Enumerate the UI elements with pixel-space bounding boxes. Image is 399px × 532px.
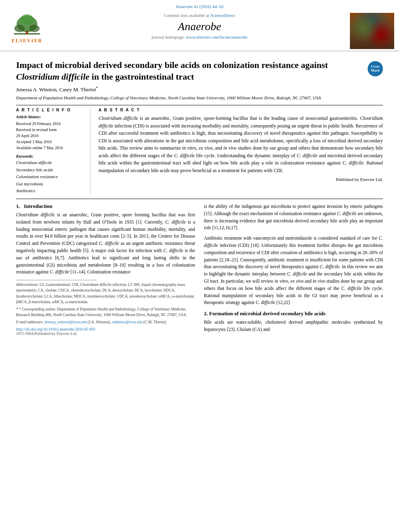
abstract-and: , and [212, 145, 223, 151]
elsevier-logo: ELSEVIER [5, 13, 49, 44]
title-text-before: Impact of microbial derived secondary bi… [16, 60, 328, 70]
corresponding-sup-fn: * [16, 307, 18, 311]
right-col-para2: Antibiotic treatment with vancomycin and… [204, 235, 383, 306]
body-right-column: is the ability of the indigenous gut mic… [204, 203, 383, 336]
section2-number: 2. [204, 310, 208, 316]
citation-bar: Anaerobe 41 (2016) 44–50 [0, 3, 399, 10]
journal-cover-image [350, 13, 394, 49]
email1-name: (J.A. Winston), [88, 320, 111, 324]
rc-cdiff-2: C. difficile [204, 236, 383, 248]
contents-line: Contents lists available at ScienceDirec… [164, 13, 235, 18]
intro-cdiff: Clostridium difficile [16, 212, 55, 217]
abstract-body-4: life cycle. Understanding the dynamic in… [195, 153, 297, 158]
doi-line: http://dx.doi.org/10.1016/j.anaerobe.201… [16, 327, 195, 331]
keyword-1: Clostridium difficile [16, 159, 85, 166]
email1-link[interactable]: jenessa_winston@ncsu.edu [45, 320, 87, 324]
elsevier-tree-icon [11, 13, 43, 37]
footnote-abbreviations: Abbreviations: GI, Gastrointestinal; CDI… [16, 282, 195, 305]
rc-in-vivo: in vivo [313, 279, 325, 283]
svg-point-3 [29, 25, 40, 32]
abstract-cdiff-3: C. difficile [174, 153, 195, 158]
corresponding-sup: * [96, 86, 98, 90]
journal-header: Anaerobe 41 (2016) 44–50 ELSEVIER Conten… [0, 0, 399, 51]
elsevier-brand-text: ELSEVIER [12, 38, 43, 44]
keywords-label: Keywords: [16, 154, 85, 158]
body-columns: 1. Introduction Clostridium difficile is… [16, 203, 383, 336]
intro-label: Introduction [24, 203, 53, 209]
rc-ex-vivo: ex vivo [290, 279, 303, 283]
rc-cdiff-4: C. difficile [287, 271, 307, 276]
sciencedirect-link[interactable]: ScienceDirect [210, 13, 235, 18]
abstract-in-vivo: in vivo [223, 145, 237, 151]
abstract-ex-vivo: ex vivo [199, 145, 212, 151]
rc-cdiff-6: C. difficile [256, 300, 276, 305]
abstract-in-vitro: in vitro [182, 145, 196, 151]
abstract-cdiff-4: C. difficile [297, 153, 317, 158]
section2-title: 2. Formation of microbial derived second… [204, 310, 383, 317]
keyword-1-text: Clostridium difficile [16, 160, 52, 165]
article-info-column: A R T I C L E I N F O Article history: R… [16, 108, 90, 195]
article-content: Impact of microbial derived secondary bi… [0, 51, 399, 336]
journal-title-area: Contents lists available at ScienceDirec… [49, 13, 350, 39]
svg-point-2 [14, 25, 25, 32]
abbrev-label: Abbreviations: [16, 283, 39, 287]
title-divider [16, 105, 383, 105]
abbrev-text: GI, Gastrointestinal; CDI, Clostridium d… [16, 283, 195, 304]
abstract-divider [16, 199, 383, 199]
keywords-list: Clostridium difficile Secondary bile aci… [16, 159, 85, 195]
cover-image-inner [350, 13, 394, 49]
revised-label: Received in revised form [16, 127, 85, 133]
article-info-label: A R T I C L E I N F O [16, 108, 85, 112]
svg-point-4 [20, 14, 33, 25]
revised-date: 29 April 2016 [16, 133, 85, 139]
title-italic: Clostridium difficile [16, 72, 89, 82]
article-title: Impact of microbial derived secondary bi… [16, 60, 362, 82]
footnote-divider [16, 280, 97, 280]
history-label: Article history: [16, 115, 85, 119]
title-section: Impact of microbial derived secondary bi… [16, 56, 383, 82]
email2-name: (C.M. Theriot). [144, 320, 167, 324]
rc-cdiff-5: C. difficile [341, 286, 362, 291]
journal-name: Anaerobe [178, 20, 221, 33]
email-label-fn: E-mail addresses: [16, 320, 44, 324]
intro-text: Clostridium difficile is an anaerobic, G… [16, 212, 195, 276]
intro-cdiff-2: C. difficile [165, 220, 186, 224]
crossmark-badge: CrossMark [368, 61, 383, 76]
intro-cdiff-4: C. difficile [163, 248, 183, 253]
intro-cdiff-3: C. difficile [99, 241, 119, 246]
intro-cdiff-5: C. difficile [50, 269, 70, 274]
title-text-after: in the gastrointestinal tract [89, 72, 194, 82]
journal-homepage: journal homepage: www.elsevier.com/locat… [152, 35, 247, 39]
homepage-label: journal homepage: [152, 35, 185, 39]
abstract-body-1: is an anaerobic, Gram positive, spore-fo… [138, 115, 360, 121]
abstract-text: Clostridium difficile is an anaerobic, G… [99, 115, 383, 175]
abstract-column: A B S T R A C T Clostridium difficile is… [99, 108, 383, 195]
rc-in-vitro: in vitro [275, 279, 288, 283]
received-date: Received 29 February 2016 [16, 121, 85, 127]
section2-text: Bile acids are water-soluble, cholestero… [204, 319, 383, 333]
accepted-date: Accepted 3 May 2016 [16, 139, 85, 145]
footnote-corresponding: * * Corresponding author. Department of … [16, 306, 195, 318]
rc-cdiff-3: C. difficile [320, 264, 339, 269]
header-top-bar: ELSEVIER Contents lists available at Sci… [0, 10, 399, 49]
affiliation: Department of Population Health and Path… [16, 95, 383, 101]
homepage-url[interactable]: www.elsevier.com/locate/anaerobe [186, 35, 247, 39]
page: Anaerobe 41 (2016) 44–50 ELSEVIER Conten… [0, 0, 399, 532]
keyword-5: Antibiotics [16, 187, 85, 195]
right-col-para1: is the ability of the indigenous gut mic… [204, 203, 383, 232]
keyword-3: Colonization resistance [16, 173, 85, 181]
keyword-2: Secondary bile acids [16, 166, 85, 174]
authors-text: Jenessa A. Winston, Casey M. Theriot [16, 87, 96, 93]
email2-link[interactable]: cmtherio@ncsu.edu [112, 320, 142, 324]
body-left-column: 1. Introduction Clostridium difficile is… [16, 203, 195, 336]
corresponding-label-fn: * Corresponding author. [19, 307, 56, 311]
crossmark-text: CrossMark [371, 65, 380, 73]
rc-cdiff-1: C. difficile [337, 211, 357, 216]
section2-label: Formation of microbial derived secondary… [209, 310, 325, 316]
intro-title: 1. Introduction [16, 203, 195, 210]
doi-link[interactable]: http://dx.doi.org/10.1016/j.anaerobe.201… [16, 327, 95, 331]
contents-text: Contents lists available at [164, 13, 209, 18]
abstract-cdiff-5: C. difficile [343, 160, 364, 166]
crossmark-circle: CrossMark [368, 61, 383, 76]
info-abstract-columns: A R T I C L E I N F O Article history: R… [16, 108, 383, 195]
